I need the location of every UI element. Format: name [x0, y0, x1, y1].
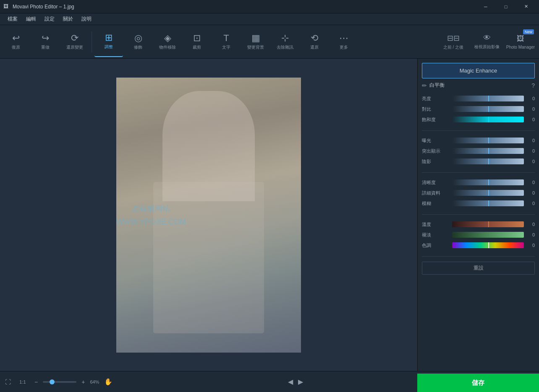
more-button[interactable]: ⋯ 更多: [330, 27, 358, 57]
revert-button[interactable]: ⟳ 還原變更: [60, 27, 89, 57]
more-label: 更多: [340, 44, 348, 50]
fade-slider-row: 褪淡 0: [422, 230, 535, 239]
revert-label: 還原變更: [66, 44, 83, 50]
maximize-button[interactable]: □: [496, 0, 515, 13]
brightness-value: 0: [526, 96, 535, 101]
exposure-label: 曝光: [422, 138, 452, 144]
clarity-label: 清晰度: [422, 179, 452, 186]
menu-help[interactable]: 說明: [77, 14, 96, 24]
text-button[interactable]: T 文字: [212, 27, 241, 57]
hue-slider[interactable]: [452, 242, 524, 248]
exposure-slider[interactable]: [452, 138, 524, 143]
detail-slider[interactable]: [452, 190, 524, 196]
menu-file[interactable]: 檔案: [3, 14, 22, 24]
shadows-label: 陰影: [422, 158, 452, 165]
erase-button[interactable]: ◈ 物件移除: [153, 27, 182, 57]
redo-button[interactable]: ↪ 重做: [31, 27, 60, 57]
brightness-slider[interactable]: [452, 96, 524, 101]
detail-value: 0: [526, 190, 535, 195]
highlights-slider[interactable]: [452, 148, 524, 154]
white-balance-header: ✏ 白平衡 ?: [422, 82, 535, 89]
preview-label: 檢視原始影像: [474, 44, 500, 50]
fade-label: 褪淡: [422, 232, 452, 238]
blur-slider-row: 模糊 0: [422, 199, 535, 208]
detail-slider-row: 詳細資料 0: [422, 188, 535, 197]
right-panel: Magic Enhance ✏ 白平衡 ? 亮度 0 對比: [417, 59, 539, 371]
fade-value: 0: [526, 232, 535, 237]
before-after-icon: ⊟⊟: [447, 34, 460, 43]
restore-icon: ⟲: [311, 34, 318, 43]
erase-icon: ◈: [164, 34, 171, 43]
hue-slider-row: 色調 0: [422, 241, 535, 250]
highlights-label: 突出顯示: [422, 148, 452, 154]
content-row: 易破解网站 WWW.YPOJIE.COM Magic Enhance ✏ 白平衡…: [0, 59, 539, 371]
bg-button[interactable]: ▦ 變更背景: [241, 27, 270, 57]
zoom-out-button[interactable]: −: [34, 379, 38, 385]
retouch-label: 修飾: [134, 44, 142, 50]
restore-label: 還原: [310, 44, 319, 50]
new-badge: New: [523, 29, 534, 34]
warmth-slider[interactable]: [452, 221, 524, 227]
sliders-group-1: 亮度 0 對比 0 飽和度: [422, 94, 535, 125]
before-after-button[interactable]: ⊟⊟ 之前 / 之後: [437, 27, 470, 57]
minimize-button[interactable]: ─: [476, 0, 495, 13]
canvas-area[interactable]: 易破解网站 WWW.YPOJIE.COM: [0, 59, 417, 371]
denoise-label: 去除雜訊: [277, 44, 293, 50]
reset-button[interactable]: 重設: [422, 262, 535, 275]
sliders-group-2: 曝光 0 突出顯示 0 陰影: [422, 136, 535, 167]
denoise-button[interactable]: ⊹ 去除雜訊: [271, 27, 299, 57]
hand-tool-button[interactable]: ✋: [104, 378, 113, 386]
clarity-slider-row: 清晰度 0: [422, 178, 535, 187]
photo-manager-button[interactable]: New 🖼 Photo Manager: [504, 27, 537, 57]
prev-frame-button[interactable]: ◀: [288, 378, 293, 386]
magic-enhance-button[interactable]: Magic Enhance: [422, 63, 535, 78]
retouch-button[interactable]: ◎ 修飾: [124, 27, 152, 57]
contrast-slider-row: 對比 0: [422, 104, 535, 114]
photo-manager-icon: 🖼: [517, 34, 524, 43]
shadows-slider-row: 陰影 0: [422, 157, 535, 166]
menu-edit[interactable]: 編輯: [22, 14, 40, 24]
zoom-slider[interactable]: [43, 381, 76, 383]
zoom-1to1-label[interactable]: 1:1: [16, 379, 29, 384]
crop-button[interactable]: ⊡ 裁剪: [183, 27, 211, 57]
separator-4: [422, 256, 535, 257]
fullscreen-button[interactable]: ⛶: [5, 379, 11, 385]
window-title: Movavi Photo Editor – 1.jpg: [13, 4, 476, 10]
close-button[interactable]: ✕: [516, 0, 536, 13]
restore-button[interactable]: ⟲ 還原: [300, 27, 329, 57]
revert-icon: ⟳: [71, 34, 78, 43]
highlights-value: 0: [526, 148, 535, 153]
menu-settings[interactable]: 設定: [40, 14, 59, 24]
saturation-value: 0: [526, 117, 535, 122]
exposure-slider-row: 曝光 0: [422, 136, 535, 145]
redo-icon: ↪: [42, 34, 49, 43]
preview-button[interactable]: 👁 檢視原始影像: [470, 27, 504, 57]
save-label: 儲存: [472, 379, 484, 387]
adjust-button[interactable]: ⊞ 調整: [94, 27, 123, 57]
more-icon: ⋯: [339, 34, 348, 43]
save-button[interactable]: 儲存: [417, 374, 539, 392]
blur-slider[interactable]: [452, 200, 524, 206]
shadows-slider[interactable]: [452, 158, 524, 164]
undo-button[interactable]: ↩ 復原: [2, 27, 30, 57]
saturation-slider-row: 飽和度 0: [422, 115, 535, 124]
next-frame-button[interactable]: ▶: [298, 378, 303, 386]
zoom-in-button[interactable]: +: [81, 379, 85, 385]
contrast-label: 對比: [422, 106, 452, 112]
clarity-slider[interactable]: [452, 179, 524, 185]
adjust-label: 調整: [105, 44, 113, 50]
photo-manager-label: Photo Manager: [506, 45, 535, 49]
fade-slider[interactable]: [452, 232, 524, 238]
exposure-value: 0: [526, 138, 535, 143]
contrast-slider[interactable]: [452, 106, 524, 112]
menu-about[interactable]: 關於: [59, 14, 77, 24]
crop-icon: ⊡: [193, 34, 201, 43]
crop-label: 裁剪: [193, 44, 201, 50]
adjust-icon: ⊞: [105, 33, 113, 42]
bg-icon: ▦: [251, 34, 260, 43]
highlights-slider-row: 突出顯示 0: [422, 146, 535, 156]
saturation-slider[interactable]: [452, 117, 524, 122]
saturation-label: 飽和度: [422, 117, 452, 123]
text-icon: T: [223, 34, 229, 43]
warmth-slider-row: 溫度 0: [422, 220, 535, 229]
